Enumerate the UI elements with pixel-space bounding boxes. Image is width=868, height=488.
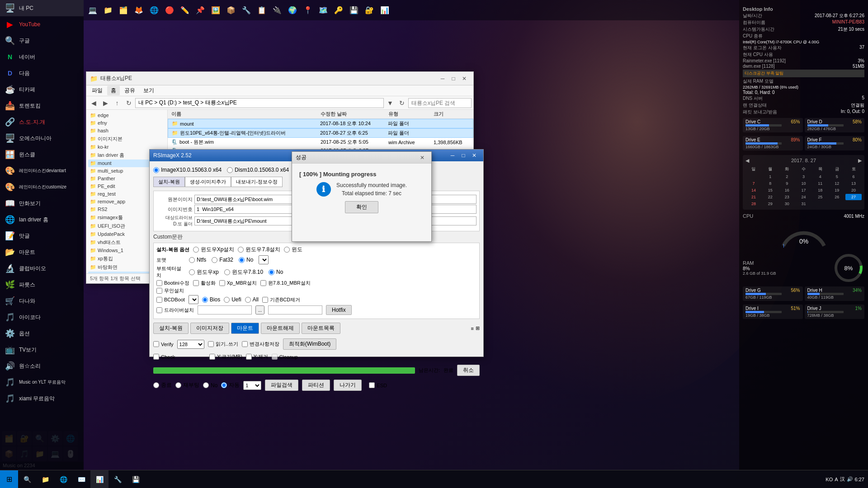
radio-shutdown[interactable]: 종료 [153, 381, 172, 389]
taskbar-app3[interactable]: 💾 [127, 470, 145, 488]
btn-unmount[interactable]: 마운트해제 [261, 323, 300, 334]
nav-refresh[interactable]: ↻ [123, 98, 134, 108]
cal-day-14[interactable]: 14 [745, 187, 762, 193]
sidebar-item-kakao[interactable]: ☕ 티카페 [0, 81, 84, 98]
minimize-button[interactable]: ─ [437, 74, 448, 83]
check-remove-bcd[interactable]: 기존BCD제거 [262, 296, 300, 303]
driver-extra-input[interactable] [268, 305, 322, 314]
radio-fat32[interactable]: Fat32 [212, 257, 233, 263]
calendar-next[interactable]: ▶ [858, 158, 862, 164]
check-changesave-input[interactable] [242, 341, 248, 347]
refresh-btn[interactable]: ↻ [396, 98, 407, 108]
taskbar-volume[interactable]: 🔊 [847, 476, 853, 482]
radio-win7810-boot[interactable]: 윈도우7.8.10 [224, 268, 263, 276]
btn-exit[interactable]: 나가기 [334, 380, 362, 391]
sidebar-item-realwon[interactable]: 🔊 원☆소리 [0, 358, 84, 374]
radio-no-boot-input[interactable] [269, 269, 274, 275]
check-activate[interactable]: 활성화 [193, 280, 216, 286]
cal-day-23[interactable]: 23 [779, 194, 795, 200]
cal-day-21[interactable]: 21 [745, 194, 762, 200]
radio-bios-input[interactable] [202, 297, 208, 303]
check-bootini[interactable]: Bootini수정 [156, 280, 189, 286]
cal-day-28[interactable]: 28 [745, 201, 762, 207]
check-silent[interactable]: 무인설치 [156, 287, 184, 294]
check-win78mbr-input[interactable] [260, 280, 266, 286]
rsi-maximize[interactable]: □ [458, 151, 469, 160]
menu-file[interactable]: 파일 [88, 86, 106, 95]
btn-mount[interactable]: 마운트 [231, 323, 259, 334]
check-yremove-input[interactable] [246, 354, 252, 360]
radio-no-format-input[interactable] [239, 257, 245, 263]
format-select[interactable] [259, 255, 269, 264]
sidebar-folder-imagebase[interactable]: 📁 이미지지본 [88, 135, 165, 143]
toolbar-icon-20[interactable]: 📊 [377, 3, 392, 18]
toolbar-icon-10[interactable]: 📦 [224, 3, 238, 18]
table-row[interactable]: 📁 mount 2017-08-18 오후 10:24 파일 폴더 [168, 119, 473, 128]
toolbar-icon-15[interactable]: 📍 [301, 3, 315, 18]
driver-path-input[interactable] [198, 305, 252, 314]
taskbar-explorer[interactable]: 📁 [36, 470, 54, 488]
cal-day-13[interactable]: 13 [845, 180, 862, 187]
check-esd[interactable]: ESD [369, 382, 387, 388]
radio-auto[interactable]: 자동 [221, 381, 240, 389]
cal-day-16[interactable]: 16 [779, 187, 795, 193]
rsi-close[interactable]: ✕ [469, 151, 480, 160]
radio-all-input[interactable] [245, 297, 251, 303]
calendar-prev[interactable]: ◀ [745, 158, 749, 164]
start-button[interactable]: ⊞ [0, 470, 18, 488]
check-rw-input[interactable] [208, 341, 214, 347]
cal-day-6[interactable]: 6 [845, 174, 862, 180]
cal-day-20[interactable]: 20 [845, 187, 862, 193]
address-bar[interactable]: 내 PC > Q1 (D:) > test_Q > 태룡소x닙PE [135, 98, 384, 108]
radio-imagex[interactable]: ImageX10.0.15063.0 x64 [153, 167, 222, 173]
check-xpmbr-input[interactable] [219, 280, 225, 286]
radio-dism[interactable]: Dism10.0.15063.0 x64 [227, 167, 289, 173]
radio-shutdown-input[interactable] [153, 382, 159, 388]
check-remove-bcd-input[interactable] [262, 297, 268, 303]
maximize-button[interactable]: □ [448, 74, 459, 83]
radio-auto-input[interactable] [221, 382, 227, 388]
toolbar-icon-12[interactable]: 📋 [255, 3, 269, 18]
cal-day-4[interactable]: 4 [812, 174, 828, 180]
search-input[interactable] [408, 98, 472, 108]
check-driver[interactable]: 드라이버설치 [156, 307, 194, 314]
radio-wino[interactable]: 윈도 [284, 246, 302, 253]
sidebar-item-google[interactable]: 🔍 구글 [0, 33, 84, 49]
close-button[interactable]: ✕ [459, 74, 470, 83]
check-verify[interactable]: Verify [153, 341, 174, 347]
progress-dialog-close[interactable]: ✕ [417, 153, 428, 162]
toolbar-icon-7[interactable]: ✏️ [178, 3, 192, 18]
table-row[interactable]: 📁 윈도10PE_x64통-인텔-리얼텍-{인터넷}드라이버 2017-08-2… [168, 128, 473, 138]
btn-file-search[interactable]: 파일검색 [265, 380, 298, 391]
cal-day-2[interactable]: 2 [779, 174, 795, 180]
cal-day-18[interactable]: 18 [812, 187, 828, 193]
sidebar-item-parks[interactable]: 🌿 파릇스 [0, 277, 84, 293]
cal-day-8[interactable]: 8 [762, 180, 778, 187]
driver-browse-btn[interactable]: ... [255, 305, 264, 314]
btn-cancel[interactable]: 취소 [457, 365, 480, 376]
radio-ntfs[interactable]: Ntfs [189, 257, 206, 263]
sidebar-folder-hash[interactable]: 📁 hash [88, 127, 165, 135]
toolbar-icon-18[interactable]: 💾 [347, 3, 361, 18]
cal-day-7[interactable]: 7 [745, 180, 762, 187]
sidebar-item-winsc[interactable]: 🪟 윈스클 [0, 146, 84, 163]
radio-no-format[interactable]: No [239, 257, 253, 263]
nav-up[interactable]: ↑ [112, 98, 123, 108]
radio-no-exit[interactable]: No [203, 382, 217, 389]
table-row[interactable]: 🗜️ boot - 원본.wim 2017-08-25 오후 5:05 wim … [168, 138, 473, 146]
toolbar-icon-2[interactable]: 📁 [101, 3, 115, 18]
cal-day-27[interactable]: 27 [845, 194, 862, 200]
sidebar-item-rainmeter1[interactable]: 🎨 레인미터스킨deviantart [0, 163, 84, 179]
sidebar-item-tvwatch[interactable]: 📺 TV보기 [0, 342, 84, 358]
radio-win7810-boot-input[interactable] [224, 269, 230, 275]
radio-fat32-input[interactable] [212, 257, 217, 263]
check-win78mbr[interactable]: 윈7.8.10_MBR설치 [260, 280, 311, 286]
sidebar-item-torrentkim[interactable]: 📥 토렌토킴 [0, 98, 84, 114]
radio-winxp-input[interactable] [193, 247, 199, 253]
radio-reboot-input[interactable] [175, 382, 181, 388]
sidebar-item-matgl[interactable]: 📝 맛글 [0, 228, 84, 244]
radio-winxp-boot-input[interactable] [189, 269, 195, 275]
radio-no-exit-input[interactable] [203, 382, 209, 388]
check-yremove[interactable]: Y:제거 [246, 353, 268, 360]
check-check[interactable]: Check [153, 354, 175, 360]
